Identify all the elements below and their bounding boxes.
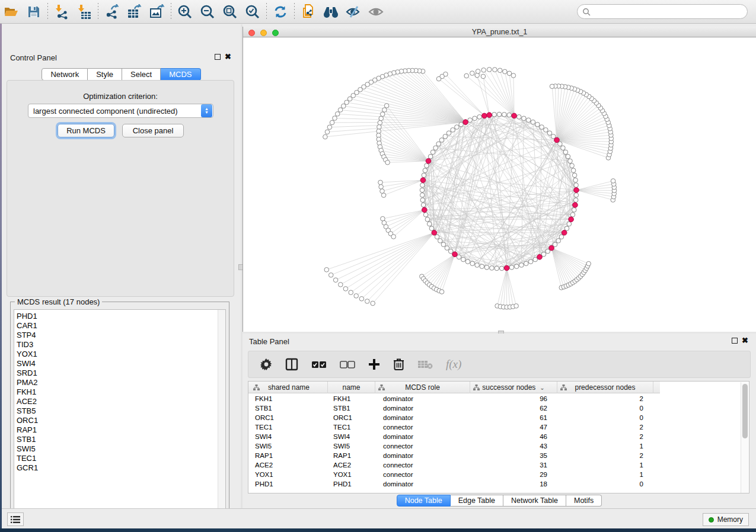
table-cell: 1 — [557, 441, 643, 451]
run-mcds-button[interactable]: Run MCDS — [58, 124, 114, 137]
column-header-predecessor-nodes[interactable]: predecessor nodes — [557, 382, 653, 393]
column-header-shared-name[interactable]: shared name — [250, 382, 328, 393]
import-network-button[interactable] — [50, 2, 73, 21]
clone-network-button[interactable] — [297, 2, 320, 21]
network-canvas[interactable] — [243, 38, 756, 332]
zoom-out-icon — [200, 4, 215, 20]
table-row[interactable]: ORC1ORC1dominator610 — [248, 413, 660, 422]
save-session-button[interactable] — [23, 2, 45, 21]
optimization-criterion-select[interactable]: largest connected component (undirected)… — [28, 104, 213, 118]
mcds-result-item[interactable]: PMA2 — [17, 378, 225, 387]
table-tab-edge-table[interactable]: Edge Table — [451, 495, 503, 507]
control-tab-style[interactable]: Style — [88, 68, 122, 81]
select-all-rows-button[interactable] — [311, 361, 327, 368]
mcds-result-item[interactable]: STB1 — [17, 435, 225, 444]
mcds-result-item[interactable]: RAP1 — [17, 425, 225, 435]
search-box[interactable] — [577, 4, 748, 19]
control-panel: Control Panel ✖ NetworkStyleSelectMCDS O… — [2, 24, 241, 508]
mcds-result-item[interactable]: ORC1 — [17, 416, 225, 425]
import-table-button[interactable] — [73, 2, 95, 21]
table-row[interactable]: YOX1YOX1connector291 — [248, 470, 660, 479]
table-row[interactable]: RAP1RAP1dominator352 — [248, 451, 660, 460]
add-column-button[interactable] — [368, 358, 380, 370]
table-row[interactable]: FKH1FKH1dominator962 — [248, 394, 660, 403]
table-scrollbar-thumb[interactable] — [742, 384, 748, 438]
save-icon — [27, 5, 40, 18]
mcds-result-item[interactable]: SRD1 — [17, 368, 225, 378]
export-table-button[interactable] — [123, 2, 146, 21]
table-cell: STB1 — [333, 403, 375, 413]
mcds-result-item[interactable]: TEC1 — [17, 454, 225, 463]
table-cell: FKH1 — [333, 394, 375, 403]
table-panel-window-buttons: ✖ — [732, 338, 748, 344]
mcds-result-item[interactable]: TID3 — [17, 340, 225, 350]
table-row[interactable]: PHD1PHD1dominator180 — [248, 479, 660, 489]
column-type-icon — [560, 384, 567, 390]
mcds-result-list[interactable]: PHD1CAR1STP4TID3YOX1SWI4SRD1PMA2FKH1ACE2… — [14, 309, 226, 517]
memory-button[interactable]: Memory — [703, 513, 749, 526]
show-graphics-button[interactable] — [365, 2, 387, 21]
table-tab-node-table[interactable]: Node Table — [397, 495, 451, 507]
zoom-in-icon — [177, 4, 193, 20]
column-header-successor-nodes[interactable]: successor nodes⌄ — [470, 382, 557, 393]
table-row[interactable]: STB1STB1dominator620 — [248, 403, 660, 413]
float-window-icon[interactable] — [732, 338, 738, 344]
table-row[interactable]: ACE2ACE2connector311 — [248, 460, 660, 470]
mcds-result-item[interactable]: FKH1 — [17, 387, 225, 397]
table-tab-network-table[interactable]: Network Table — [503, 495, 566, 507]
zoom-in-button[interactable] — [174, 2, 196, 21]
memory-label: Memory — [717, 515, 743, 524]
table-scrollbar[interactable] — [741, 382, 748, 493]
hide-edges-button[interactable] — [342, 2, 365, 21]
zoom-out-button[interactable] — [196, 2, 219, 21]
mcds-result-item[interactable]: SWI4 — [17, 359, 225, 368]
node-table[interactable]: shared namenameMCDS rolesuccessor nodes⌄… — [248, 381, 749, 493]
search-input[interactable] — [591, 8, 747, 16]
table-row[interactable]: SWI4SWI4dominator462 — [248, 432, 660, 441]
close-panel-button[interactable]: Close panel — [122, 124, 184, 137]
table-row[interactable]: SWI5SWI5connector431 — [248, 441, 660, 451]
select-stepper-icon: ▲▼ — [201, 104, 212, 117]
export-image-button[interactable] — [146, 2, 168, 21]
mcds-result-item[interactable]: STP4 — [17, 331, 225, 340]
column-header-name[interactable]: name — [328, 382, 375, 393]
show-columns-button[interactable] — [285, 358, 298, 371]
mcds-result-item[interactable]: STB5 — [17, 406, 225, 416]
unselect-all-rows-button[interactable] — [340, 361, 355, 368]
mcds-list-scrollbar[interactable] — [218, 310, 225, 517]
control-tab-network[interactable]: Network — [42, 68, 88, 81]
close-panel-icon[interactable]: ✖ — [225, 54, 231, 60]
float-window-icon[interactable] — [215, 54, 221, 60]
function-builder-button[interactable]: f(x) — [446, 358, 461, 371]
column-header-MCDS-role[interactable]: MCDS role — [375, 382, 470, 393]
mcds-result-item[interactable]: CAR1 — [17, 321, 225, 331]
close-panel-icon[interactable]: ✖ — [742, 338, 748, 344]
zoom-selected-button[interactable] — [241, 2, 264, 21]
mcds-result-item[interactable]: SWI5 — [17, 444, 225, 454]
zoom-fit-button[interactable] — [219, 2, 241, 21]
mcds-result-item[interactable]: YOX1 — [17, 350, 225, 359]
table-cell: connector — [383, 470, 470, 479]
export-network-button[interactable] — [101, 2, 123, 21]
clear-table-button[interactable] — [417, 360, 433, 369]
table-cell: 35 — [470, 451, 547, 460]
table-cell: ORC1 — [255, 413, 328, 422]
table-cell: connector — [383, 441, 470, 451]
mcds-result-item[interactable]: ACE2 — [17, 397, 225, 406]
task-history-button[interactable] — [7, 512, 24, 526]
table-settings-button[interactable] — [260, 358, 272, 370]
mcds-result-item[interactable]: PHD1 — [17, 312, 225, 321]
mcds-result-item[interactable]: GCR1 — [17, 463, 225, 473]
table-row[interactable]: TEC1TEC1connector472 — [248, 422, 660, 432]
search-network-button[interactable] — [320, 2, 342, 21]
table-cell: 31 — [470, 460, 547, 470]
delete-columns-button[interactable] — [393, 358, 404, 371]
open-file-button[interactable] — [0, 2, 23, 21]
refresh-layout-button[interactable] — [269, 2, 292, 21]
table-tab-motifs[interactable]: Motifs — [566, 495, 602, 507]
control-panel-title: Control Panel — [10, 53, 57, 62]
desktop-background-edge — [0, 24, 2, 528]
network-window-titlebar[interactable]: YPA_prune.txt_1 — [243, 27, 756, 37]
control-tab-mcds[interactable]: MCDS — [161, 68, 200, 81]
control-tab-select[interactable]: Select — [122, 68, 161, 81]
